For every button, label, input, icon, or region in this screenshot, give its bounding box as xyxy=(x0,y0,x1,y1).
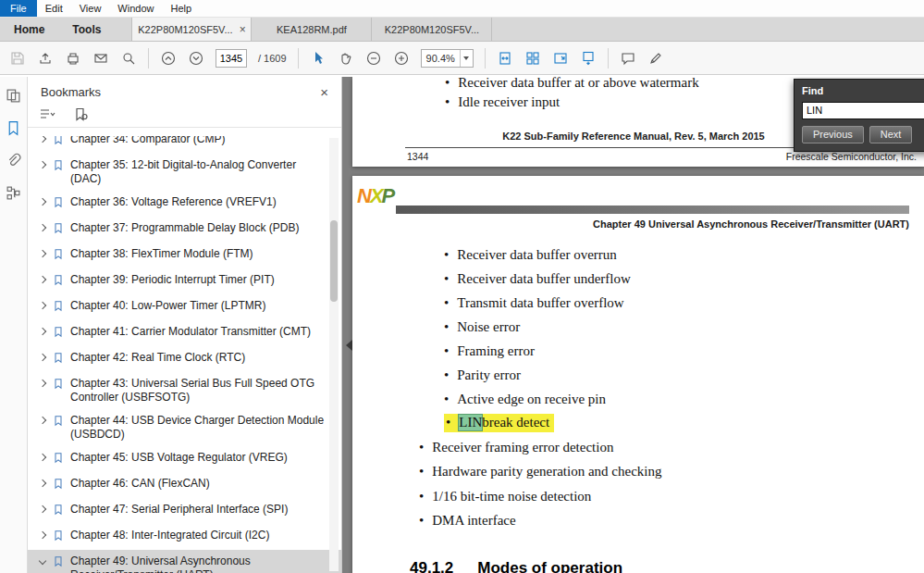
bookmark-item[interactable]: Chapter 39: Periodic Interrupt Timer (PI… xyxy=(28,268,341,294)
zoom-in-icon[interactable] xyxy=(393,50,410,67)
fullscreen-icon[interactable] xyxy=(552,50,569,67)
scrolling-mode-icon[interactable] xyxy=(580,50,597,67)
search-icon[interactable] xyxy=(120,50,137,67)
chevron-right-icon[interactable] xyxy=(39,224,47,232)
bookmark-item[interactable]: Chapter 43: Universal Serial Bus Full Sp… xyxy=(28,372,341,409)
tab-tools[interactable]: Tools xyxy=(58,18,115,41)
bookmark-item[interactable]: Chapter 38: FlexTimer Module (FTM) xyxy=(28,243,341,268)
bookmark-item[interactable]: Chapter 35: 12-bit Digital-to-Analog Con… xyxy=(28,154,341,191)
document-tab[interactable]: K22P80M120SF5V... xyxy=(372,18,492,41)
chevron-down-icon[interactable] xyxy=(460,50,473,67)
chevron-right-icon[interactable] xyxy=(39,198,47,206)
pdf-page-current: NXP Chapter 49 Universal Asynchronous Re… xyxy=(352,176,924,573)
page-total-label: / 1609 xyxy=(258,53,287,64)
chevron-right-icon[interactable] xyxy=(39,276,47,284)
menu-edit[interactable]: Edit xyxy=(37,0,71,17)
bullet-item: Active edge on receive pin xyxy=(444,387,631,411)
find-next-button[interactable]: Next xyxy=(869,126,913,143)
find-dialog-title: Find xyxy=(802,85,924,96)
chevron-down-icon[interactable] xyxy=(39,557,47,566)
fit-width-icon[interactable] xyxy=(497,50,513,67)
bookmark-item-selected[interactable]: Chapter 49: Universal Asynchronous Recei… xyxy=(28,550,341,573)
layers-icon[interactable] xyxy=(6,185,22,202)
bookmark-icon xyxy=(53,415,65,430)
bullet-item: Receiver framing error detection xyxy=(419,435,661,460)
highlight-pen-icon[interactable] xyxy=(647,50,664,67)
chevron-right-icon[interactable] xyxy=(39,531,47,540)
bookmark-options-icon[interactable] xyxy=(39,106,57,121)
page-number-input[interactable] xyxy=(216,49,247,68)
chevron-right-icon[interactable] xyxy=(39,354,47,362)
bookmarks-header: Bookmarks × xyxy=(28,77,341,103)
bookmarks-scrollbar-thumb[interactable] xyxy=(330,220,338,302)
chevron-right-icon[interactable] xyxy=(39,328,47,336)
bookmark-item[interactable]: Chapter 44: USB Device Charger Detection… xyxy=(28,409,341,446)
bookmark-item[interactable]: Chapter 47: Serial Peripheral Interface … xyxy=(28,498,341,524)
bookmark-icon xyxy=(53,248,65,264)
print-icon[interactable] xyxy=(65,50,81,67)
chevron-left-icon xyxy=(346,340,352,351)
fit-page-icon[interactable] xyxy=(524,50,541,67)
close-icon[interactable]: × xyxy=(240,24,246,35)
chevron-right-icon[interactable] xyxy=(39,480,47,488)
bookmark-icon xyxy=(53,274,65,290)
publisher-label: Freescale Semiconductor, Inc. xyxy=(786,151,917,162)
email-icon[interactable] xyxy=(92,50,109,67)
bookmarks-scrollbar[interactable] xyxy=(329,138,339,571)
bookmark-item[interactable]: Chapter 42: Real Time Clock (RTC) xyxy=(28,346,341,372)
close-icon[interactable]: × xyxy=(318,85,330,99)
bookmark-item[interactable]: Chapter 41: Carrier Modulator Transmitte… xyxy=(28,320,341,346)
chevron-right-icon[interactable] xyxy=(39,380,47,388)
bullet-item-highlighted: •LIN break detect xyxy=(444,411,631,435)
chevron-right-icon[interactable] xyxy=(39,136,47,143)
bookmark-item[interactable]: Chapter 40: Low-Power Timer (LPTMR) xyxy=(28,294,341,320)
save-icon[interactable] xyxy=(9,50,26,67)
search-match-highlight: LIN xyxy=(459,415,482,430)
bookmark-icon xyxy=(53,378,65,393)
toolbar-separator xyxy=(298,48,299,69)
zoom-level-select[interactable]: 90.4% xyxy=(421,49,474,68)
tab-home[interactable]: Home xyxy=(0,18,58,41)
menu-file[interactable]: File xyxy=(0,0,37,17)
chevron-right-icon[interactable] xyxy=(39,302,47,310)
document-tab[interactable]: KEA128RM.pdf xyxy=(252,18,372,41)
chevron-right-icon[interactable] xyxy=(39,250,47,258)
find-input[interactable] xyxy=(802,102,924,119)
bullet-item: Parity error xyxy=(444,363,631,387)
chevron-right-icon[interactable] xyxy=(39,417,47,425)
bookmark-icon xyxy=(53,478,65,493)
bookmarks-list: Chapter 34: Comparator (CMP) Chapter 35:… xyxy=(28,136,341,573)
find-buttons: Previous Next xyxy=(802,126,924,143)
comment-icon[interactable] xyxy=(620,50,636,67)
chapter-header-title: Chapter 49 Universal Asynchronous Receiv… xyxy=(593,218,909,230)
menu-help[interactable]: Help xyxy=(162,0,200,17)
menu-view[interactable]: View xyxy=(71,0,110,17)
previous-page-icon[interactable] xyxy=(160,50,177,67)
expand-current-bookmark-icon[interactable] xyxy=(72,106,91,121)
bookmark-item[interactable]: Chapter 34: Comparator (CMP) xyxy=(28,136,341,154)
bookmark-item[interactable]: Chapter 46: CAN (FlexCAN) xyxy=(28,472,341,498)
menu-window[interactable]: Window xyxy=(109,0,162,17)
select-tool-icon[interactable] xyxy=(310,50,326,67)
bookmark-item[interactable]: Chapter 37: Programmable Delay Block (PD… xyxy=(28,217,341,243)
document-tab-active[interactable]: K22P80M120SF5V... × xyxy=(131,18,252,41)
bullet-item: DMA interface xyxy=(419,509,661,534)
bullet-item: Receiver data buffer underflow xyxy=(444,267,631,291)
main-region: Bookmarks × Chapter 34: Comparator (CMP)… xyxy=(0,77,924,573)
chevron-right-icon[interactable] xyxy=(39,454,47,462)
hand-tool-icon[interactable] xyxy=(338,50,354,67)
menu-bar: File Edit View Window Help xyxy=(0,0,924,18)
upload-icon[interactable] xyxy=(37,50,54,67)
bookmark-item[interactable]: Chapter 48: Inter-Integrated Circuit (I2… xyxy=(28,524,341,550)
bookmarks-panel-icon[interactable] xyxy=(6,120,22,137)
page-thumbnails-icon[interactable] xyxy=(6,88,22,105)
zoom-out-icon[interactable] xyxy=(365,50,382,67)
chevron-right-icon[interactable] xyxy=(39,161,47,169)
find-previous-button[interactable]: Previous xyxy=(802,126,864,143)
bookmark-icon xyxy=(53,196,65,212)
attachments-icon[interactable] xyxy=(6,153,22,169)
bookmark-item[interactable]: Chapter 45: USB Voltage Regulator (VREG) xyxy=(28,446,341,472)
chevron-right-icon[interactable] xyxy=(39,505,47,514)
next-page-icon[interactable] xyxy=(188,50,204,67)
bookmark-item[interactable]: Chapter 36: Voltage Reference (VREFV1) xyxy=(28,191,341,217)
